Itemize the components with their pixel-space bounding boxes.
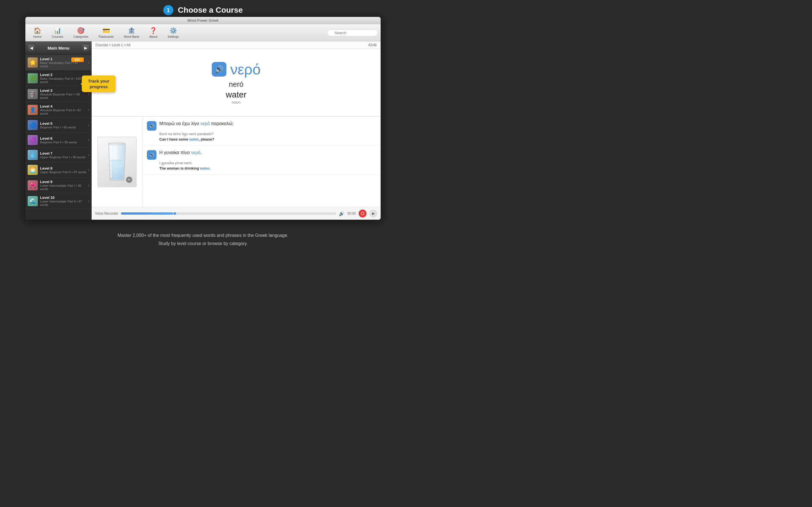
search-input[interactable]	[327, 29, 378, 36]
search-wrapper	[327, 29, 378, 36]
level-1-thumb: 🌟	[28, 57, 38, 68]
voice-recorder: Voice Recorder 🔊 00:00 ▶	[92, 207, 380, 220]
level-6-name: Level 6	[40, 136, 87, 140]
sentence-2-greek: Η γυναίκα πίνει νερό.	[159, 150, 202, 156]
main-speaker-button[interactable]: 🔊	[212, 62, 226, 76]
level-8-name: Level 8	[40, 166, 87, 170]
level-7-name: Level 7	[40, 151, 87, 156]
level-8-thumb: 🌅	[28, 165, 38, 175]
english-word: water	[226, 90, 246, 100]
toolbar-settings[interactable]: ⚙️ Settings	[162, 26, 184, 40]
level-10-thumb: 🌊	[28, 196, 38, 206]
app-title: Word Power Greek	[188, 18, 218, 22]
level-9-chevron: ›	[88, 183, 89, 187]
breadcrumb: Courses > Level 1 > All	[96, 43, 130, 47]
svg-point-2	[119, 165, 121, 167]
flashcards-icon: 💳	[102, 27, 110, 34]
courses-icon: 📊	[54, 27, 61, 34]
sidebar: ◀ Main Menu ▶ 🌟 Level 1 Basic Vocabulary…	[26, 41, 92, 220]
toolbar-home-label: Home	[33, 35, 42, 38]
level-1-chevron: ›	[88, 60, 89, 65]
toolbar-about-label: About	[149, 35, 158, 38]
level-9-desc: Lower Intermediate Part I • 98 words	[40, 184, 87, 191]
toolbar-courses-label: Courses	[52, 35, 63, 38]
level-item-9[interactable]: 🌺 Level 9 Lower Intermediate Part I • 98…	[26, 177, 92, 193]
sentence-2-transliteration: I gynaíka pínei neró.	[159, 161, 376, 165]
sentence-1-english: Can I have some water, please?	[159, 137, 376, 142]
level-9-info: Level 9 Lower Intermediate Part I • 98 w…	[40, 180, 87, 191]
sentence-2-speaker-button[interactable]: 🔊	[147, 150, 156, 160]
toolbar-courses[interactable]: 📊 Courses	[47, 26, 68, 40]
toolbar-settings-label: Settings	[167, 35, 179, 38]
level-item-7[interactable]: 💧 Level 7 Upper Beginner Part I • 90 wor…	[26, 148, 92, 163]
sentence-2-header: 🔊 Η γυναίκα πίνει νερό.	[147, 150, 376, 160]
level-item-10[interactable]: 🌊 Level 10 Lower Intermediate Part II • …	[26, 193, 92, 209]
level-6-thumb: 🟣	[28, 135, 38, 145]
level-4-thumb: 👤	[28, 105, 38, 115]
image-panel: +	[92, 117, 142, 207]
card-count: 42/46	[368, 43, 377, 47]
toolbar-wordbank[interactable]: 🏦 Word Bank	[119, 26, 144, 40]
level-2-thumb: 🌿	[28, 73, 38, 83]
play-button[interactable]: ▶	[369, 210, 377, 217]
level-item-8[interactable]: 🌅 Level 8 Upper Beginner Part II • 97 wo…	[26, 163, 92, 177]
sentence-1-greek: Μπορώ να έχω λίγο νερό παρακαλώ;	[159, 121, 234, 127]
bottom-text: Master 2,000+ of the most frequently use…	[0, 231, 406, 248]
level-1-desc: Basic Vocabulary Part I • 87 words	[40, 61, 87, 68]
recorder-progress-fill	[121, 212, 175, 215]
level-3-chevron: ›	[88, 92, 89, 96]
level-7-desc: Upper Beginner Part I • 90 words	[40, 156, 87, 159]
image-expand-button[interactable]: +	[126, 177, 132, 183]
word-type: noun	[232, 100, 241, 105]
level-1-progress: 50%	[71, 57, 84, 62]
right-panel: Courses > Level 1 > All 42/46 🔊 νερό ner…	[92, 41, 380, 220]
sentences-list: 🔊 Μπορώ να έχω λίγο νερό παρακαλώ; Boró …	[142, 117, 380, 207]
level-4-name: Level 4	[40, 104, 87, 108]
sentences-panel: + 🔊 Μπορώ να έχω λίγο νερό παρακαλώ;	[92, 117, 380, 207]
level-6-chevron: ›	[88, 138, 89, 142]
sidebar-header: ◀ Main Menu ▶	[26, 41, 92, 55]
toolbar: 🏠 Home 📊 Courses 🎯 Categories 💳 Flashcar…	[26, 24, 380, 41]
level-3-thumb: 🗿	[28, 89, 38, 99]
sidebar-forward-button[interactable]: ▶	[82, 44, 89, 52]
sentence-item-2: 🔊 Η γυναίκα πίνει νερό. I gynaíka pínei …	[142, 146, 380, 175]
level-8-info: Level 8 Upper Beginner Part II • 97 word…	[40, 166, 87, 174]
greek-word: νερό	[231, 61, 261, 78]
level-5-desc: Beginner Part I • 96 words	[40, 126, 87, 129]
sentence-1-speaker-button[interactable]: 🔊	[147, 121, 156, 131]
toolbar-home[interactable]: 🏠 Home	[28, 26, 47, 40]
level-10-desc: Lower Intermediate Part II • 97 words	[40, 200, 87, 207]
level-item-6[interactable]: 🟣 Level 6 Beginner Part II • 99 words ›	[26, 133, 92, 148]
level-5-name: Level 5	[40, 121, 87, 126]
bottom-line-1: Master 2,000+ of the most frequently use…	[0, 231, 406, 240]
level-3-name: Level 3	[40, 89, 87, 93]
sidebar-back-button[interactable]: ◀	[28, 44, 35, 52]
settings-icon: ⚙️	[169, 27, 177, 34]
level-5-thumb: 🔵	[28, 120, 38, 130]
toolbar-flashcards[interactable]: 💳 Flashcards	[94, 26, 119, 40]
record-button[interactable]	[359, 210, 366, 217]
sentence-1-speaker-icon: 🔊	[149, 123, 154, 129]
toolbar-about[interactable]: ❓ About	[144, 26, 163, 40]
toolbar-wordbank-label: Word Bank	[124, 35, 139, 38]
sentence-1-greek-highlight: νερό	[200, 121, 210, 126]
record-indicator	[361, 212, 364, 215]
recorder-progress-bar[interactable]	[121, 212, 336, 215]
level-4-info: Level 4 Absolute Beginner Part II • 82 w…	[40, 104, 87, 115]
app-window: Word Power Greek 🏠 Home 📊 Courses 🎯 Cate…	[26, 17, 380, 220]
sentence-2-greek-highlight: νερό	[191, 150, 200, 155]
sentence-2-speaker-icon: 🔊	[149, 152, 154, 158]
home-icon: 🏠	[34, 27, 41, 34]
sentence-1-english-highlight: water	[189, 137, 199, 142]
word-card: 🔊 νερό neró water noun	[92, 49, 380, 117]
level-item-1[interactable]: 🌟 Level 1 Basic Vocabulary Part I • 87 w…	[26, 55, 92, 70]
toolbar-categories[interactable]: 🎯 Categories	[68, 26, 93, 40]
level-item-5[interactable]: 🔵 Level 5 Beginner Part I • 96 words ›	[26, 118, 92, 133]
word-header: 🔊 νερό	[212, 61, 261, 78]
level-9-name: Level 9	[40, 180, 87, 184]
level-10-info: Level 10 Lower Intermediate Part II • 97…	[40, 195, 87, 207]
volume-icon: 🔊	[339, 211, 345, 216]
level-8-chevron: ›	[88, 168, 89, 172]
svg-point-1	[110, 159, 124, 162]
level-item-4[interactable]: 👤 Level 4 Absolute Beginner Part II • 82…	[26, 102, 92, 118]
